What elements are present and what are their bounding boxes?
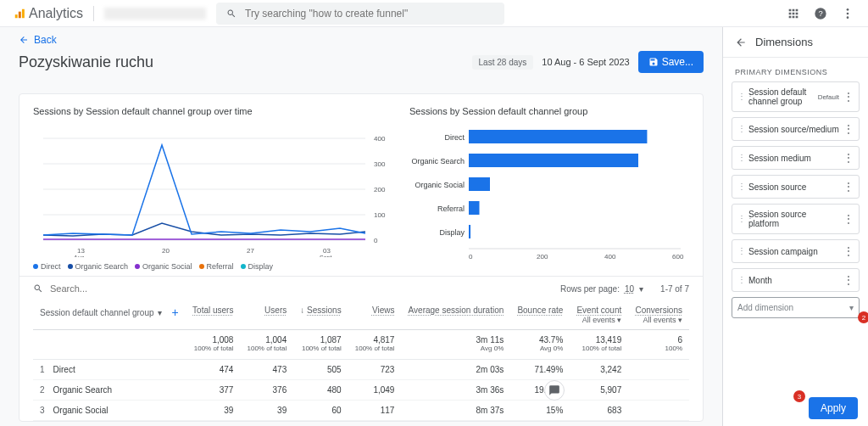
product-name: Analytics xyxy=(29,6,83,21)
header-actions: ? xyxy=(787,7,854,20)
svg-rect-25 xyxy=(469,130,647,143)
global-search[interactable] xyxy=(216,3,504,25)
drag-handle-icon[interactable]: ⋮⋮ xyxy=(737,93,744,100)
svg-point-7 xyxy=(847,16,849,19)
feedback-button[interactable] xyxy=(544,380,565,401)
legend-item[interactable]: Referral xyxy=(199,262,234,271)
timeseries-chart: Sessions by Session default channel grou… xyxy=(33,106,392,271)
svg-rect-27 xyxy=(469,154,638,167)
dimension-item[interactable]: ⋮⋮Session campaign⋮ xyxy=(732,239,860,263)
app-header: Analytics ? xyxy=(0,0,868,27)
svg-text:Referral: Referral xyxy=(437,205,465,213)
column-header[interactable]: Bounce rate xyxy=(510,300,570,330)
table-search-input[interactable] xyxy=(50,283,554,294)
rows-per-value[interactable]: 10 xyxy=(625,284,634,294)
divider xyxy=(93,6,94,21)
column-header[interactable]: Event countAll events ▾ xyxy=(570,300,628,330)
panel-title: Dimensions xyxy=(755,36,813,48)
add-dimension-button[interactable]: + xyxy=(172,305,179,319)
svg-text:Display: Display xyxy=(439,228,465,237)
more-icon[interactable]: ⋮ xyxy=(843,123,854,135)
main-content: Back Pozyskiwanie ruchu Last 28 days 10 … xyxy=(0,27,722,426)
more-icon[interactable]: ⋮ xyxy=(843,181,854,193)
column-header[interactable]: Total users xyxy=(186,300,240,330)
page-info: 1-7 of 7 xyxy=(660,284,689,294)
svg-text:?: ? xyxy=(818,9,822,18)
drag-handle-icon[interactable]: ⋮⋮ xyxy=(737,216,744,222)
dimension-item[interactable]: ⋮⋮Session source platform⋮ xyxy=(732,204,860,234)
column-header[interactable]: Views xyxy=(348,300,402,330)
column-header[interactable]: ↓ Sessions xyxy=(293,300,348,330)
legend-item[interactable]: Display xyxy=(241,262,274,271)
table-row[interactable]: 3Organic Social3939601178m 37s15%683 xyxy=(33,401,689,421)
svg-text:300: 300 xyxy=(374,160,386,168)
svg-rect-29 xyxy=(469,177,490,191)
apply-button[interactable]: Apply xyxy=(809,397,858,419)
dimension-item[interactable]: ⋮⋮Session source⋮ xyxy=(732,175,860,199)
drag-handle-icon[interactable]: ⋮⋮ xyxy=(737,277,744,283)
search-icon xyxy=(226,8,236,19)
legend-item[interactable]: Direct xyxy=(33,262,61,271)
svg-text:200: 200 xyxy=(374,186,386,193)
svg-text:0: 0 xyxy=(374,237,378,244)
dimension-item[interactable]: ⋮⋮Month⋮ xyxy=(732,268,860,292)
more-icon[interactable]: ⋮ xyxy=(843,152,854,164)
bar-chart-svg: DirectOrganic SearchOrganic SocialReferr… xyxy=(409,121,689,266)
drag-handle-icon[interactable]: ⋮⋮ xyxy=(737,154,744,161)
svg-text:0: 0 xyxy=(469,253,473,261)
column-header[interactable]: Users xyxy=(240,300,293,330)
svg-text:600: 600 xyxy=(672,253,684,261)
table-row[interactable]: 2Organic Search3773764801,0493m 36s19.38… xyxy=(33,380,689,401)
dimension-item[interactable]: ⋮⋮Session source/medium⋮ xyxy=(732,117,860,141)
svg-text:20: 20 xyxy=(162,247,170,255)
more-icon[interactable]: ⋮ xyxy=(843,274,854,286)
column-header[interactable]: ConversionsAll events ▾ xyxy=(628,300,689,330)
search-icon xyxy=(33,283,43,294)
help-icon[interactable]: ? xyxy=(814,7,827,20)
data-table: Session default channel group ▾ + Total … xyxy=(19,300,703,421)
legend: DirectOrganic SearchOrganic SocialReferr… xyxy=(33,262,392,271)
chevron-down-icon[interactable]: ▾ xyxy=(639,284,643,294)
logo[interactable]: Analytics xyxy=(14,6,83,21)
date-preset[interactable]: Last 28 days xyxy=(472,55,534,70)
svg-text:Organic Search: Organic Search xyxy=(411,157,465,165)
dimension-item[interactable]: ⋮⋮Session medium⋮ xyxy=(732,146,860,170)
chart-title-left: Sessions by Session default channel grou… xyxy=(33,106,392,116)
svg-text:200: 200 xyxy=(537,253,548,261)
drag-handle-icon[interactable]: ⋮⋮ xyxy=(737,126,744,132)
back-link[interactable]: Back xyxy=(0,27,722,48)
more-icon[interactable] xyxy=(841,7,854,20)
apps-icon[interactable] xyxy=(787,7,800,20)
svg-rect-33 xyxy=(469,225,470,238)
drag-handle-icon[interactable]: ⋮⋮ xyxy=(737,248,744,255)
svg-text:Direct: Direct xyxy=(444,133,465,142)
global-search-input[interactable] xyxy=(245,8,494,20)
more-icon[interactable]: ⋮ xyxy=(843,91,854,103)
more-icon[interactable]: ⋮ xyxy=(843,245,854,257)
svg-rect-2 xyxy=(22,8,25,18)
table-row[interactable]: 1Direct4744735057232m 03s71.49%3,242 xyxy=(33,360,689,380)
primary-dimensions-label: Primary dimensions xyxy=(723,58,868,81)
apply-bar: 3 Apply xyxy=(722,390,868,426)
legend-item[interactable]: Organic Search xyxy=(68,262,129,271)
column-header[interactable]: Average session duration xyxy=(401,300,510,330)
legend-item[interactable]: Organic Social xyxy=(135,262,192,271)
line-chart-svg: 400 300 200 100 0 13 Aug 20 27 03 Sept xyxy=(33,121,392,257)
chevron-down-icon: ▾ xyxy=(849,303,854,312)
more-icon[interactable]: ⋮ xyxy=(843,213,854,225)
add-dimension-dropdown[interactable]: Add dimension ▾ xyxy=(732,297,860,318)
arrow-left-icon[interactable] xyxy=(735,36,747,48)
date-range[interactable]: 10 Aug - 6 Sept 2023 xyxy=(542,57,629,67)
analytics-logo-icon xyxy=(14,8,25,20)
dimension-item[interactable]: ⋮⋮Session default channel groupDefault⋮ xyxy=(732,81,860,112)
drag-handle-icon[interactable]: ⋮⋮ xyxy=(737,183,744,190)
bar-chart: Sessions by Session default channel grou… xyxy=(409,106,689,271)
account-name-redacted[interactable] xyxy=(104,8,206,20)
chart-title-right: Sessions by Session default channel grou… xyxy=(409,106,689,116)
svg-text:100: 100 xyxy=(374,211,386,219)
svg-text:400: 400 xyxy=(374,135,386,143)
svg-rect-31 xyxy=(469,201,480,215)
svg-text:Organic Social: Organic Social xyxy=(415,181,465,189)
dimension-selector[interactable]: Session default channel group ▾ + xyxy=(40,305,179,319)
save-button[interactable]: Save... xyxy=(638,51,704,73)
